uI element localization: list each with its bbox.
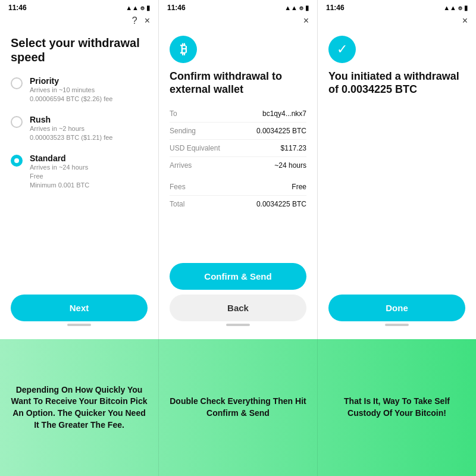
caption-panel-3: That Is It, Way To Take Self Custody Of … (318, 339, 476, 476)
detail-arrives-label: Arrives (170, 161, 192, 170)
option-priority[interactable]: Priority Arrives in ~10 minutes0.0000659… (11, 76, 148, 104)
close-icon-1[interactable]: × (145, 15, 150, 26)
radio-standard[interactable] (11, 155, 23, 167)
status-time-1: 11:46 (8, 4, 27, 12)
screen-header-2: × (159, 13, 317, 30)
detail-sending: Sending 0.0034225 BTC (170, 123, 306, 140)
home-indicator-2 (226, 324, 250, 326)
status-icons-3: ▲▲ ⌾ ▮ (443, 4, 468, 12)
option-rush-text: Rush Arrives in ~2 hours0.00003523 BTC (… (30, 115, 112, 143)
detail-fees-label: Fees (170, 183, 186, 191)
priority-desc: Arrives in ~10 minutes0.00006594 BTC ($2… (30, 86, 112, 104)
speed-select-content: Select your withdrawal speed Priority Ar… (0, 30, 158, 289)
back-button[interactable]: Back (170, 295, 306, 321)
standard-label: Standard (30, 154, 89, 163)
close-icon-2[interactable]: × (303, 15, 309, 26)
status-bar-1: 11:46 ▲▲ ⌾ ▮ (0, 0, 158, 13)
detail-fees: Fees Free (170, 178, 306, 196)
confirm-details-group1: To bc1qy4...nkx7 Sending 0.0034225 BTC U… (170, 105, 306, 174)
detail-total-label: Total (170, 200, 184, 208)
battery-icon-3: ▮ (464, 4, 468, 12)
detail-usd: USD Equivalent $117.23 (170, 140, 306, 157)
detail-to: To bc1qy4...nkx7 (170, 105, 306, 123)
screen-header-3: × (318, 13, 476, 30)
done-button[interactable]: Done (328, 295, 465, 321)
signal-icon-3: ▲▲ (443, 4, 456, 11)
screen2-bottom: Confirm & Send Back (159, 257, 317, 339)
status-bar-2: 11:46 ▲▲ ⌾ ▮ (159, 0, 317, 13)
priority-label: Priority (30, 76, 112, 86)
detail-total-value: 0.0034225 BTC (256, 200, 306, 208)
wifi-icon: ⌾ (140, 4, 145, 11)
speed-select-title: Select your withdrawal speed (11, 36, 148, 64)
radio-priority[interactable] (11, 77, 23, 89)
battery-icon-2: ▮ (305, 4, 309, 12)
caption-text-1: Depending On How Quickly You Want To Rec… (10, 384, 149, 431)
caption-panel-1: Depending On How Quickly You Want To Rec… (0, 339, 159, 476)
option-standard-text: Standard Arrives in ~24 hoursFreeMinimum… (30, 154, 89, 190)
detail-arrives: Arrives ~24 hours (170, 157, 306, 174)
status-time-3: 11:46 (326, 4, 345, 12)
signal-icon-2: ▲▲ (284, 4, 298, 11)
detail-to-label: To (170, 109, 177, 118)
rush-label: Rush (30, 115, 112, 124)
checkmark-icon: ✓ (328, 36, 356, 63)
option-priority-text: Priority Arrives in ~10 minutes0.0000659… (30, 76, 112, 104)
confirm-title: Confirm withdrawal to external wallet (170, 70, 306, 96)
confirm-details-group2: Fees Free Total 0.0034225 BTC (170, 178, 306, 212)
wifi-icon-2: ⌾ (299, 4, 303, 11)
standard-desc: Arrives in ~24 hoursFreeMinimum 0.001 BT… (30, 163, 89, 190)
confirm-screen: 11:46 ▲▲ ⌾ ▮ × ₿ Confirm withdrawal to e… (159, 0, 318, 339)
close-icon-3[interactable]: × (462, 15, 468, 26)
option-rush[interactable]: Rush Arrives in ~2 hours0.00003523 BTC (… (11, 115, 148, 143)
bitcoin-icon: ₿ (170, 36, 197, 63)
speed-select-screen: 11:46 ▲▲ ⌾ ▮ ? × Select your withdrawal … (0, 0, 159, 339)
caption-text-3: That Is It, Way To Take Self Custody Of … (327, 396, 466, 419)
home-indicator-3 (385, 324, 409, 326)
detail-usd-value: $117.23 (281, 144, 306, 152)
confirm-send-button[interactable]: Confirm & Send (170, 263, 306, 290)
status-icons-2: ▲▲ ⌾ ▮ (284, 4, 309, 12)
screen3-bottom: Done (318, 289, 476, 339)
wifi-icon-3: ⌾ (458, 4, 462, 11)
option-standard[interactable]: Standard Arrives in ~24 hoursFreeMinimum… (11, 154, 148, 190)
rush-desc: Arrives in ~2 hours0.00003523 BTC ($1.21… (30, 124, 112, 143)
screen-header-1: ? × (0, 13, 158, 30)
screen1-bottom: Next (0, 289, 158, 339)
confirm-content: ₿ Confirm withdrawal to external wallet … (159, 30, 317, 257)
next-button[interactable]: Next (11, 295, 148, 321)
detail-sending-label: Sending (170, 127, 196, 135)
detail-to-value: bc1qy4...nkx7 (262, 109, 306, 118)
home-indicator-1 (67, 324, 91, 326)
detail-sending-value: 0.0034225 BTC (256, 127, 306, 135)
detail-fees-value: Free (292, 183, 306, 191)
detail-arrives-value: ~24 hours (274, 161, 306, 170)
detail-total: Total 0.0034225 BTC (170, 196, 306, 212)
radio-rush[interactable] (11, 116, 23, 128)
detail-separator (170, 174, 306, 178)
signal-icon: ▲▲ (126, 4, 139, 11)
battery-icon: ▮ (146, 4, 150, 12)
status-bar-3: 11:46 ▲▲ ⌾ ▮ (318, 0, 476, 13)
success-content: ✓ You initiated a withdrawal of 0.003422… (318, 30, 476, 289)
caption-text-2: Double Check Everything Then Hit Confirm… (168, 396, 308, 419)
help-icon[interactable]: ? (132, 15, 137, 26)
status-icons-1: ▲▲ ⌾ ▮ (126, 4, 150, 12)
detail-usd-label: USD Equivalent (170, 144, 220, 152)
status-time-2: 11:46 (167, 4, 186, 12)
success-screen: 11:46 ▲▲ ⌾ ▮ × ✓ You initiated a withdra… (318, 0, 476, 339)
caption-panel-2: Double Check Everything Then Hit Confirm… (159, 339, 318, 476)
success-title: You initiated a withdrawal of 0.0034225 … (328, 70, 465, 96)
captions-row: Depending On How Quickly You Want To Rec… (0, 339, 476, 476)
